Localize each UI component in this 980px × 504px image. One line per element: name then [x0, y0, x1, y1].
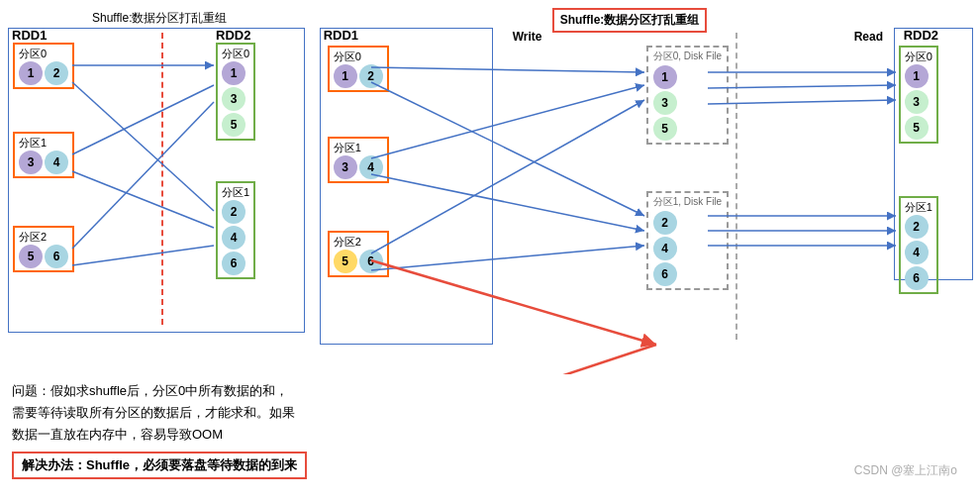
- num-4: 4: [45, 151, 68, 174]
- left-p2: 分区2 5 6: [13, 226, 74, 272]
- left-p1: 分区1 3 4: [13, 132, 74, 178]
- solution-box: 解决办法：Shuffle，必须要落盘等待数据的到来: [12, 452, 307, 479]
- right-rdd1-title: RDD1: [324, 28, 358, 43]
- num-3: 3: [19, 151, 43, 174]
- left-p1-label: 分区1: [19, 136, 68, 151]
- disk-dashed-line: [735, 33, 737, 340]
- diagrams-row: RDD1 Shuffle:数据分区打乱重组 RDD2 分区0 1 2 分: [8, 8, 972, 374]
- rnum-2: 2: [222, 200, 245, 224]
- num-2: 2: [45, 61, 68, 85]
- left-diagram: RDD1 Shuffle:数据分区打乱重组 RDD2 分区0 1 2 分: [8, 8, 305, 335]
- bottom-area: 问题：假如求shuffle后，分区0中所有数据的和， 需要等待读取所有分区的数据…: [8, 380, 972, 479]
- svg-line-19: [328, 345, 656, 374]
- right-diagram: RDD1 Shuffle:数据分区打乱重组 RDD2 Write Read: [320, 8, 972, 374]
- right-p0: 分区0 1 3 5: [216, 43, 255, 141]
- r-left-p1: 分区1 3 4: [328, 137, 389, 183]
- left-dashed-line: [161, 33, 163, 325]
- left-shuffle-label: Shuffle:数据分区打乱重组: [92, 10, 227, 27]
- rnum-3: 3: [222, 87, 245, 111]
- rnum-6: 6: [222, 252, 245, 275]
- left-rdd2-title: RDD2: [216, 28, 250, 43]
- left-p0: 分区0 1 2: [13, 43, 74, 89]
- read-label: Read: [854, 30, 883, 44]
- write-label: Write: [513, 30, 542, 44]
- num-5: 5: [19, 245, 43, 268]
- watermark: CSDN @塞上江南o: [854, 462, 957, 479]
- left-p0-label: 分区0: [19, 47, 68, 61]
- r-left-p2: 分区2 5 6: [328, 231, 389, 277]
- num-1: 1: [19, 61, 43, 85]
- rnum-4: 4: [222, 226, 245, 250]
- bottom-left: 问题：假如求shuffle后，分区0中所有数据的和， 需要等待读取所有分区的数据…: [12, 380, 307, 479]
- right-p0-label: 分区0: [222, 47, 249, 61]
- r-left-p0: 分区0 1 2: [328, 46, 389, 92]
- right-p1: 分区1 2 4 6: [216, 181, 255, 279]
- rnum-5: 5: [222, 113, 245, 137]
- disk-p1: 分区1, Disk File 2 4 6: [646, 191, 729, 290]
- left-p2-label: 分区2: [19, 230, 68, 245]
- right-p1-label: 分区1: [222, 185, 249, 200]
- main-container: RDD1 Shuffle:数据分区打乱重组 RDD2 分区0 1 2 分: [0, 0, 980, 504]
- r-right-p1: 分区1 2 4 6: [899, 196, 938, 294]
- disk-p0: 分区0, Disk File 1 3 5: [646, 46, 729, 145]
- num-6: 6: [45, 245, 68, 268]
- rnum-1: 1: [222, 61, 245, 85]
- left-rdd1-title: RDD1: [12, 28, 47, 43]
- r-right-p0: 分区0 1 3 5: [899, 46, 938, 144]
- right-shuffle-box: Shuffle:数据分区打乱重组: [552, 8, 708, 33]
- bottom-text: 问题：假如求shuffle后，分区0中所有数据的和， 需要等待读取所有分区的数据…: [12, 380, 307, 446]
